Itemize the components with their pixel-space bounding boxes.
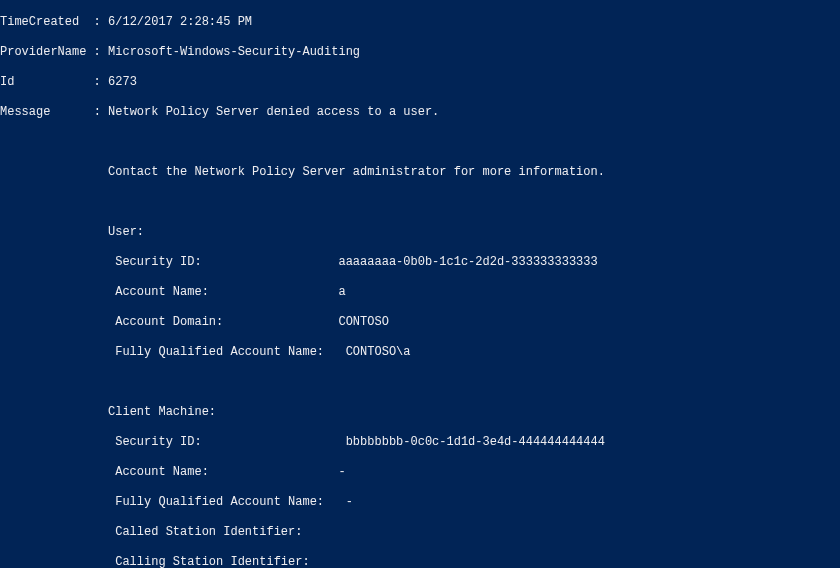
client-accountname-value: - <box>338 465 345 479</box>
client-calling-label: Calling Station Identifier: <box>115 555 309 568</box>
user-section-label: User: <box>108 225 144 239</box>
client-fqan-value: - <box>346 495 353 509</box>
label-providername: ProviderName <box>0 45 86 59</box>
client-called-label: Called Station Identifier: <box>115 525 302 539</box>
value-timecreated: 6/12/2017 2:28:45 PM <box>108 15 252 29</box>
label-message: Message <box>0 105 50 119</box>
value-message: Network Policy Server denied access to a… <box>108 105 439 119</box>
user-fqan-label: Fully Qualified Account Name: <box>115 345 324 359</box>
client-accountname: Account Name: - <box>0 465 840 480</box>
user-securityid-label: Security ID: <box>115 255 201 269</box>
user-accountdomain-value: CONTOSO <box>338 315 388 329</box>
intro-line: Contact the Network Policy Server admini… <box>0 165 840 180</box>
label-timecreated: TimeCreated <box>0 15 79 29</box>
value-id: 6273 <box>108 75 137 89</box>
client-section: Client Machine: <box>0 405 840 420</box>
client-securityid-label: Security ID: <box>115 435 201 449</box>
user-fqan-value: CONTOSO\a <box>346 345 411 359</box>
user-securityid: Security ID: aaaaaaaa-0b0b-1c1c-2d2d-333… <box>0 255 840 270</box>
client-securityid: Security ID: bbbbbbbb-0c0c-1d1d-3e4d-444… <box>0 435 840 450</box>
user-accountdomain: Account Domain: CONTOSO <box>0 315 840 330</box>
user-accountname-value: a <box>338 285 345 299</box>
user-fqan: Fully Qualified Account Name: CONTOSO\a <box>0 345 840 360</box>
blank-line <box>0 195 840 210</box>
user-section: User: <box>0 225 840 240</box>
intro-text: Contact the Network Policy Server admini… <box>108 165 605 179</box>
client-fqan-label: Fully Qualified Account Name: <box>115 495 324 509</box>
client-fqan: Fully Qualified Account Name: - <box>0 495 840 510</box>
client-securityid-value: bbbbbbbb-0c0c-1d1d-3e4d-444444444444 <box>346 435 605 449</box>
blank-line <box>0 135 840 150</box>
user-securityid-value: aaaaaaaa-0b0b-1c1c-2d2d-333333333333 <box>338 255 597 269</box>
client-called: Called Station Identifier: <box>0 525 840 540</box>
client-accountname-label: Account Name: <box>115 465 209 479</box>
powershell-output: TimeCreated : 6/12/2017 2:28:45 PM Provi… <box>0 0 840 568</box>
header-providername: ProviderName : Microsoft-Windows-Securit… <box>0 45 840 60</box>
label-id: Id <box>0 75 14 89</box>
value-providername: Microsoft-Windows-Security-Auditing <box>108 45 360 59</box>
blank-line <box>0 375 840 390</box>
header-id: Id : 6273 <box>0 75 840 90</box>
client-section-label: Client Machine: <box>108 405 216 419</box>
user-accountname: Account Name: a <box>0 285 840 300</box>
user-accountname-label: Account Name: <box>115 285 209 299</box>
client-calling: Calling Station Identifier: <box>0 555 840 568</box>
header-timecreated: TimeCreated : 6/12/2017 2:28:45 PM <box>0 15 840 30</box>
header-message: Message : Network Policy Server denied a… <box>0 105 840 120</box>
user-accountdomain-label: Account Domain: <box>115 315 223 329</box>
